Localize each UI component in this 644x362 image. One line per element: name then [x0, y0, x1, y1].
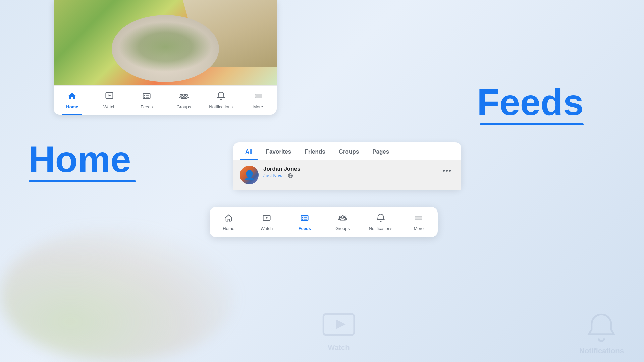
- tab-favorites[interactable]: Favorites: [261, 142, 297, 160]
- more-nav-label: More: [253, 104, 263, 109]
- post-dot: ·: [285, 173, 286, 178]
- svg-marker-17: [266, 217, 268, 219]
- bottom-notifications-label: Notifications: [369, 226, 393, 231]
- ghost-watch-label: Watch: [319, 343, 359, 352]
- svg-point-23: [341, 216, 344, 218]
- home-navigation-card: Home Watch Feeds: [54, 0, 277, 115]
- bottom-tab-bar: Home Watch Feeds: [210, 210, 438, 236]
- bottom-home-label: Home: [223, 226, 234, 231]
- svg-point-25: [344, 216, 346, 218]
- bottom-feeds-icon: [300, 213, 309, 225]
- notifications-icon: [216, 91, 226, 103]
- feeds-tabs: All Favorites Friends Groups Pages: [233, 142, 461, 160]
- watch-nav-label: Watch: [103, 104, 115, 109]
- ghost-notifications-icon: [581, 312, 622, 345]
- svg-point-5: [144, 97, 145, 98]
- bottom-feeds-label: Feeds: [299, 226, 311, 231]
- background-blur: [0, 228, 235, 362]
- post-time: Just Now: [263, 173, 283, 178]
- svg-point-19: [302, 217, 304, 218]
- avatar: [240, 166, 259, 184]
- ghost-notifications-area: Notifications: [579, 312, 624, 355]
- ghost-watch-area: Watch: [319, 308, 359, 352]
- bottom-groups-icon: [338, 213, 347, 225]
- feeds-large-label: Feeds: [477, 84, 584, 121]
- svg-point-9: [185, 94, 187, 96]
- bottom-more-icon: [414, 213, 423, 225]
- svg-marker-30: [336, 319, 346, 329]
- svg-point-7: [182, 94, 185, 96]
- nav-item-watch[interactable]: Watch: [91, 88, 128, 113]
- bottom-nav-notifications[interactable]: Notifications: [362, 210, 399, 236]
- home-label-underline: [29, 180, 136, 182]
- more-icon: [254, 91, 263, 103]
- feeds-label-underline: [480, 123, 584, 125]
- bottom-groups-label: Groups: [335, 226, 350, 231]
- tab-friends[interactable]: Friends: [299, 142, 330, 160]
- home-icon: [67, 91, 77, 103]
- post-meta: Just Now ·: [263, 173, 435, 178]
- svg-point-3: [144, 95, 145, 96]
- globe-icon: [288, 173, 293, 178]
- bottom-nav-watch[interactable]: Watch: [248, 210, 285, 236]
- svg-rect-2: [143, 93, 150, 99]
- post-author: Jordan Jones: [263, 166, 435, 172]
- bottom-nav-feeds[interactable]: Feeds: [286, 210, 324, 236]
- bottom-watch-label: Watch: [261, 226, 273, 231]
- groups-icon: [179, 91, 189, 103]
- bottom-watch-icon: [262, 213, 271, 225]
- food-bowl: [112, 15, 219, 82]
- header-image: [54, 0, 277, 85]
- bottom-nav-more[interactable]: More: [400, 210, 438, 236]
- feeds-icon: [142, 91, 151, 103]
- nav-item-more[interactable]: More: [239, 88, 277, 113]
- nav-item-home[interactable]: Home: [54, 88, 91, 113]
- bottom-home-icon: [224, 213, 233, 225]
- ghost-notifications-label: Notifications: [579, 347, 624, 355]
- watch-icon: [105, 91, 114, 103]
- feeds-nav-label: Feeds: [141, 104, 153, 109]
- nav-item-groups[interactable]: Groups: [165, 88, 202, 113]
- nav-item-feeds[interactable]: Feeds: [128, 88, 165, 113]
- bottom-navigation-card: Home Watch Feeds: [210, 207, 438, 237]
- bottom-nav-groups[interactable]: Groups: [324, 210, 362, 236]
- tab-all[interactable]: All: [240, 142, 258, 160]
- tab-pages[interactable]: Pages: [367, 142, 394, 160]
- groups-nav-label: Groups: [177, 104, 191, 109]
- svg-point-24: [339, 216, 341, 218]
- post-more-button[interactable]: •••: [440, 166, 454, 176]
- home-large-label: Home: [29, 141, 131, 178]
- tab-groups[interactable]: Groups: [333, 142, 364, 160]
- svg-marker-1: [109, 94, 111, 96]
- nav-item-notifications[interactable]: Notifications: [202, 88, 239, 113]
- post-preview: Jordan Jones Just Now · •••: [233, 160, 461, 190]
- bottom-more-label: More: [414, 226, 424, 231]
- home-nav-label: Home: [66, 104, 78, 109]
- bottom-nav-home[interactable]: Home: [210, 210, 248, 236]
- feeds-card: All Favorites Friends Groups Pages Jorda…: [233, 142, 461, 190]
- svg-point-21: [302, 219, 304, 220]
- svg-point-8: [180, 94, 182, 96]
- post-info: Jordan Jones Just Now ·: [263, 166, 435, 178]
- home-tab-bar: Home Watch Feeds: [54, 85, 277, 115]
- notifications-nav-label: Notifications: [209, 104, 233, 109]
- ghost-watch-icon: [319, 308, 359, 342]
- bottom-notifications-icon: [376, 213, 385, 225]
- svg-rect-18: [301, 215, 308, 221]
